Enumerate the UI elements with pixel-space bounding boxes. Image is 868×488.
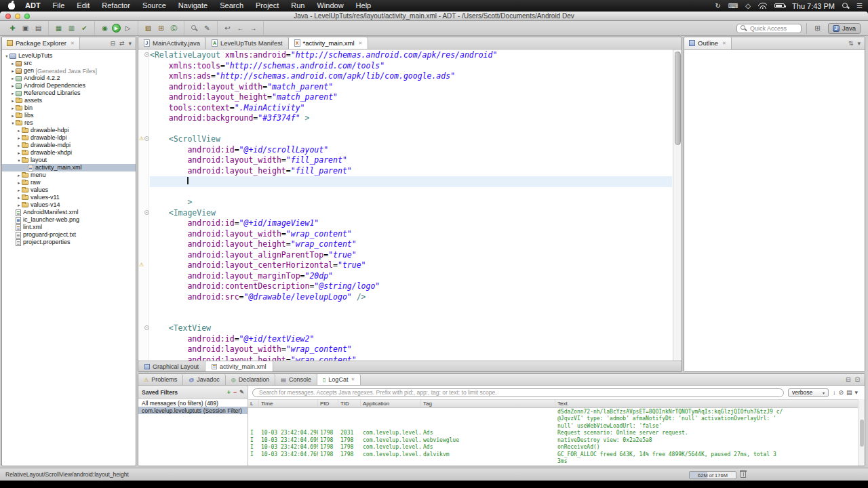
menubar-item-run[interactable]: Run (285, 0, 311, 12)
tree-item-project-properties[interactable]: project.properties (2, 239, 136, 246)
code-line[interactable] (150, 313, 672, 324)
new-package-icon[interactable]: ⊞ (155, 22, 167, 34)
editor-tab-mainactivity-java[interactable]: JMainActivity.java (138, 37, 206, 49)
editor-page-tab-graphical-layout[interactable]: Graphical Layout (138, 361, 205, 371)
code-line[interactable]: android:layout_width="match_parent" (150, 82, 672, 93)
tree-item-proguard-project-txt[interactable]: proguard-project.txt (2, 231, 136, 239)
log-level-dropdown[interactable]: verbose ▾ (788, 388, 829, 397)
window-titlebar[interactable]: Java - LevelUpTuts/res/layout/activity_m… (0, 12, 868, 21)
view-menu-icon[interactable]: ▾ (128, 40, 132, 47)
menubar-item-adt[interactable]: ADT (19, 0, 47, 12)
close-view-icon[interactable]: ✕ (351, 377, 355, 382)
menubar-clock[interactable]: Thu 7:43 PM (792, 2, 835, 10)
code-line[interactable] (150, 176, 672, 187)
tree-item-leveluptuts[interactable]: ▾LevelUpTuts (2, 52, 136, 60)
code-line[interactable]: android:layout_height="fill_parent" (150, 166, 672, 177)
view-tab-console[interactable]: ▤Console (275, 374, 317, 385)
warning-icon[interactable]: ⚠ (139, 136, 144, 142)
code-line[interactable]: android:id="@+id/scrollLayout" (150, 145, 672, 156)
expand-arrow-icon[interactable]: ▸ (10, 68, 16, 74)
tree-item-drawable-mdpi[interactable]: ▸drawable-mdpi (2, 142, 136, 149)
editor-scrollbar[interactable] (673, 49, 682, 361)
expand-arrow-icon[interactable]: ▸ (10, 91, 16, 96)
code-line[interactable] (150, 187, 672, 198)
tree-item-android-4-2-2[interactable]: ▸Android 4.2.2 (2, 75, 136, 82)
collapse-arrow-icon[interactable]: ▾ (10, 121, 16, 126)
perspective-java-button[interactable]: J Java (828, 23, 861, 34)
display-columns-icon[interactable]: ▤ (846, 389, 852, 396)
tree-item-android-dependencies[interactable]: ▸Android Dependencies (2, 82, 136, 89)
logcat-column-l[interactable]: L (248, 400, 259, 407)
menubar-item-navigate[interactable]: Navigate (172, 0, 214, 12)
code-line[interactable]: <ScrollView (150, 134, 672, 145)
time-machine-icon[interactable]: ↻ (715, 2, 721, 9)
logcat-column-time[interactable]: Time (259, 400, 318, 407)
tree-item-androidmanifest-xml[interactable]: AndroidManifest.xml (2, 209, 136, 216)
xml-editor[interactable]: ⚠⚠−−−− <RelativeLayout xmlns:android="ht… (138, 49, 682, 361)
new-java-project-icon[interactable]: ▧ (142, 22, 154, 34)
expand-arrow-icon[interactable]: ▸ (16, 136, 22, 141)
expand-arrow-icon[interactable]: ▸ (16, 203, 22, 208)
collapse-all-icon[interactable]: ⊟ (110, 40, 115, 47)
view-menu-icon[interactable]: ▾ (857, 40, 861, 47)
tree-item-values[interactable]: ▸values (2, 186, 136, 194)
code-line[interactable]: android:layout_height="wrap_content" (150, 355, 672, 361)
expand-arrow-icon[interactable]: ▸ (10, 61, 16, 66)
quick-access-input[interactable]: Quick Access (736, 24, 802, 33)
code-line[interactable]: android:layout_marginTop="20dp" (150, 271, 672, 282)
logcat-row[interactable]: I10-03 23:42:04.69917981798com.levelup.l… (248, 444, 858, 451)
spotlight-icon[interactable] (842, 3, 849, 9)
logcat-filter-item[interactable]: All messages (no filters) (489) (138, 399, 248, 407)
code-line[interactable]: xmlns:ads="http://schemas.android.com/ap… (150, 71, 672, 82)
android-sdk-manager-icon[interactable]: ▦ (53, 22, 64, 34)
new-class-icon[interactable]: Ⓒ (168, 22, 180, 34)
code-line[interactable]: android:layout_centerHorizontal="true" (150, 260, 672, 271)
menubar-item-file[interactable]: File (47, 0, 71, 12)
code-line[interactable]: android:contentDescription="@string/logo… (150, 281, 672, 292)
expand-arrow-icon[interactable]: ▸ (16, 143, 22, 148)
tree-item-lint-xml[interactable]: lint.xml (2, 224, 136, 231)
code-line[interactable]: <TextView (150, 323, 672, 334)
logcat-row[interactable]: null' useWebViewLoadUrl: 'false' (248, 422, 858, 430)
tree-item-src[interactable]: ▸src (2, 60, 136, 67)
view-tab-declaration[interactable]: ◎Declaration (226, 374, 276, 385)
lint-icon[interactable]: ✔ (79, 22, 90, 34)
menubar-item-refactor[interactable]: Refactor (96, 0, 136, 12)
fold-collapse-icon[interactable]: − (144, 52, 149, 57)
forward-icon[interactable]: → (248, 22, 259, 34)
tree-item-menu[interactable]: ▸menu (2, 171, 136, 179)
code-line[interactable]: android:layout_width="fill_parent" (150, 155, 672, 166)
code-line[interactable]: android:id="@+id/imageView1" (150, 218, 672, 229)
code-line[interactable]: <RelativeLayout xmlns:android="http://sc… (150, 50, 672, 61)
collapse-arrow-icon[interactable]: ▾ (4, 54, 9, 59)
apple-menu-icon[interactable] (8, 3, 15, 9)
edit-filter-icon[interactable]: ✎ (239, 389, 244, 396)
warning-icon[interactable]: ⚠ (139, 262, 144, 268)
avd-manager-icon[interactable]: ▥ (66, 22, 77, 34)
print-icon[interactable]: ▤ (33, 22, 44, 34)
code-line[interactable]: android:layout_alignParentTop="true" (150, 250, 672, 261)
logcat-column-tid[interactable]: TID (338, 400, 361, 407)
tree-item-libs[interactable]: ▸libs (2, 112, 136, 119)
expand-arrow-icon[interactable]: ▸ (16, 128, 22, 134)
close-window-button[interactable] (5, 14, 11, 19)
tree-item-assets[interactable]: ▸assets (2, 97, 136, 104)
tree-item-drawable-hdpi[interactable]: ▸drawable-hdpi (2, 127, 136, 134)
expand-arrow-icon[interactable]: ▸ (10, 76, 16, 81)
delete-filter-icon[interactable]: − (233, 389, 237, 396)
wifi-icon[interactable] (758, 3, 767, 9)
logcat-filter-item[interactable]: com.levelup.leveluptuts (Session Filter) (138, 407, 248, 414)
close-view-icon[interactable]: ✕ (722, 41, 726, 46)
zoom-window-button[interactable] (24, 14, 30, 19)
outline-tab[interactable]: Outline ✕ (684, 37, 732, 49)
bluetooth-icon[interactable]: ◇ (745, 2, 751, 9)
code-line[interactable]: android:src="@drawable/levelupLogo" /> (150, 292, 672, 303)
tree-item-bin[interactable]: ▸bin (2, 104, 136, 112)
keyboard-icon[interactable]: ⌨ (728, 2, 738, 9)
editor-page-tab-activity-main-xml[interactable]: activity_main.xml (205, 361, 273, 371)
notification-center-icon[interactable]: ☰ (856, 2, 863, 9)
open-perspective-icon[interactable]: ⊞ (812, 22, 823, 34)
logcat-scrollbar[interactable] (858, 399, 865, 466)
tree-item-drawable-xhdpi[interactable]: ▸drawable-xhdpi (2, 149, 136, 157)
logcat-row[interactable]: I10-03 23:42:04.69917981798com.levelup.l… (248, 436, 858, 444)
